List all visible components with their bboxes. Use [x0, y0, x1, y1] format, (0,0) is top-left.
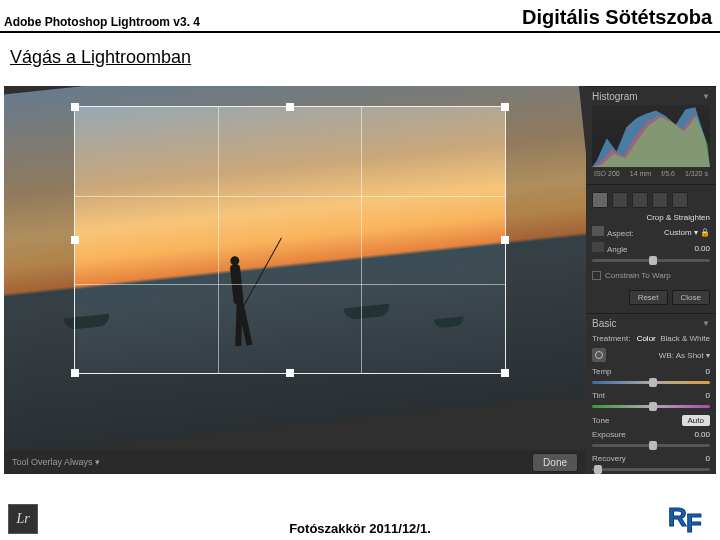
temp-value: 0: [706, 367, 710, 376]
histogram-info: ISO 200 14 mm f/5.6 1/320 s: [592, 169, 710, 180]
exposure-slider[interactable]: [592, 444, 710, 447]
basic-panel: Basic▼ Treatment: Color Black & White WB…: [586, 313, 716, 474]
constrain-label: Constrain To Warp: [605, 271, 671, 280]
crop-handle[interactable]: [71, 369, 79, 377]
gradient-tool-icon[interactable]: [652, 192, 668, 208]
svg-text:F: F: [686, 508, 702, 538]
right-panel: Histogram▼ ISO 200 14 mm f/5.6 1/320 s: [586, 86, 716, 474]
wb-label: WB:: [659, 351, 674, 360]
aspect-icon: [592, 226, 604, 236]
brush-tool-icon[interactable]: [672, 192, 688, 208]
tool-strip: Crop & Straighten Aspect: Custom ▾ 🔒 Ang…: [586, 184, 716, 313]
crop-handle[interactable]: [71, 236, 79, 244]
done-button[interactable]: Done: [532, 453, 578, 472]
temp-label: Temp: [592, 367, 612, 376]
aspect-label: Aspect:: [607, 229, 634, 238]
photo-canvas[interactable]: [4, 86, 586, 450]
histogram-panel: Histogram▼ ISO 200 14 mm f/5.6 1/320 s: [586, 86, 716, 184]
treatment-bw[interactable]: Black & White: [660, 334, 710, 343]
chevron-down-icon[interactable]: ▼: [702, 92, 710, 101]
chevron-down-icon: ▾: [95, 457, 100, 467]
app-label: Adobe Photoshop Lightroom v3. 4: [4, 15, 200, 29]
angle-icon: [592, 242, 604, 252]
tint-value: 0: [706, 391, 710, 400]
crop-panel-title: Crop & Straighten: [646, 213, 710, 222]
footer-text: Fotószakkör 2011/12/1.: [289, 521, 431, 536]
tint-slider[interactable]: [592, 405, 710, 408]
crop-handle[interactable]: [501, 103, 509, 111]
crop-handle[interactable]: [71, 103, 79, 111]
iso-value: ISO 200: [594, 170, 620, 177]
wb-value[interactable]: As Shot: [676, 351, 704, 360]
develop-toolbar: Tool Overlay Always ▾ Done: [4, 450, 586, 474]
tone-label: Tone: [592, 416, 609, 425]
crop-overlay[interactable]: [74, 106, 506, 374]
treatment-label: Treatment:: [592, 334, 630, 343]
tool-overlay-control[interactable]: Tool Overlay Always ▾: [12, 457, 100, 467]
crop-handle[interactable]: [286, 103, 294, 111]
recovery-slider[interactable]: [592, 468, 710, 471]
aperture-value: f/5.6: [661, 170, 675, 177]
aspect-value[interactable]: Custom: [664, 228, 692, 237]
slide-footer: Fotószakkör 2011/12/1.: [0, 521, 720, 536]
chevron-down-icon[interactable]: ▼: [702, 319, 710, 328]
slide-header: Adobe Photoshop Lightroom v3. 4 Digitáli…: [0, 0, 720, 33]
exposure-value: 0.00: [694, 430, 710, 439]
crop-tool-icon[interactable]: [592, 192, 608, 208]
constrain-checkbox[interactable]: Constrain To Warp: [592, 267, 710, 286]
wb-dropper-icon[interactable]: [592, 348, 606, 362]
recovery-value: 0: [706, 454, 710, 463]
histogram-title: Histogram: [592, 91, 638, 102]
lightroom-screenshot: Tool Overlay Always ▾ Done Histogram▼ IS…: [4, 86, 716, 474]
tool-overlay-value: Always: [64, 457, 93, 467]
tool-overlay-label: Tool Overlay: [12, 457, 62, 467]
focal-value: 14 mm: [630, 170, 651, 177]
histogram-graph[interactable]: [592, 105, 710, 167]
shutter-value: 1/320 s: [685, 170, 708, 177]
crop-reset-button[interactable]: Reset: [629, 290, 668, 305]
auto-tone-button[interactable]: Auto: [682, 415, 710, 426]
angle-value: 0.00: [694, 244, 710, 253]
crop-handle[interactable]: [286, 369, 294, 377]
basic-title: Basic: [592, 318, 616, 329]
treatment-color[interactable]: Color: [637, 334, 656, 343]
crop-handle[interactable]: [501, 236, 509, 244]
angle-slider[interactable]: [592, 259, 710, 262]
slide-title: Vágás a Lightroomban: [0, 33, 720, 78]
temp-slider[interactable]: [592, 381, 710, 384]
exposure-label: Exposure: [592, 430, 626, 439]
svg-text:R: R: [668, 502, 687, 532]
angle-label: Angle: [607, 245, 627, 254]
rf-logo-icon: R F: [664, 498, 712, 538]
tint-label: Tint: [592, 391, 605, 400]
brand-label: Digitális Sötétszoba: [522, 6, 712, 29]
crop-handle[interactable]: [501, 369, 509, 377]
spot-tool-icon[interactable]: [612, 192, 628, 208]
recovery-label: Recovery: [592, 454, 626, 463]
develop-main-area[interactable]: Tool Overlay Always ▾ Done: [4, 86, 586, 474]
crop-close-button[interactable]: Close: [672, 290, 710, 305]
redeye-tool-icon[interactable]: [632, 192, 648, 208]
